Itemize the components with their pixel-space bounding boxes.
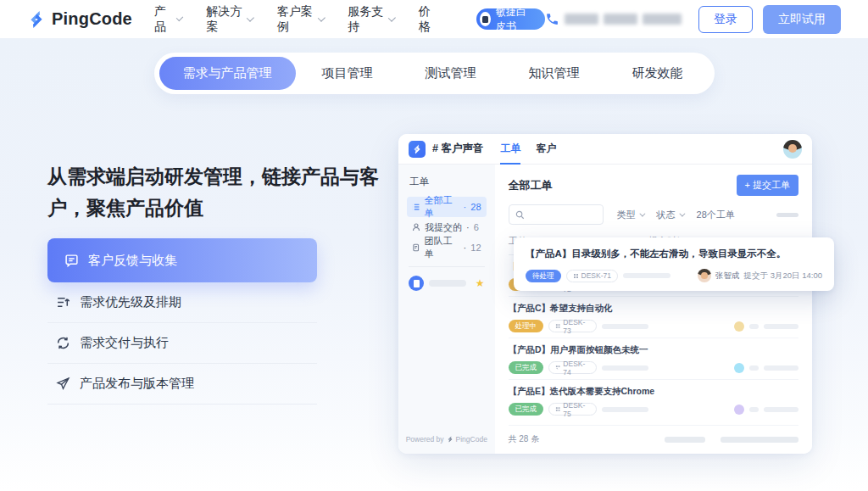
filter-status[interactable]: 状态 bbox=[657, 209, 683, 221]
tickets-title: 全部工单 bbox=[509, 178, 553, 193]
status-badge: 已完成 bbox=[509, 361, 544, 374]
submit-time: 提交于 3月20日 14:00 bbox=[744, 271, 822, 282]
ticket-count: 28个工单 bbox=[697, 209, 735, 221]
nav-menu: 产品 解决方案 客户案例 服务支持 价格 敏捷白皮书 bbox=[154, 4, 545, 35]
placeholder-bar bbox=[776, 213, 798, 217]
placeholder-bar bbox=[602, 365, 648, 371]
nav-item-products[interactable]: 产品 bbox=[154, 4, 181, 35]
sidebar-title: 工单 bbox=[409, 176, 487, 188]
login-button[interactable]: 登录 bbox=[698, 6, 753, 33]
sync-icon bbox=[56, 336, 70, 350]
chevron-down-icon bbox=[388, 14, 396, 22]
feature-delivery-execution[interactable]: 需求交付与执行 bbox=[47, 323, 317, 364]
submit-ticket-button[interactable]: + 提交工单 bbox=[737, 175, 798, 196]
pingcode-logo[interactable]: PingCode bbox=[27, 9, 132, 29]
ticket-title: 【产品E】迭代版本需要支持Chrome bbox=[509, 386, 798, 398]
nav-right: 登录 立即试用 bbox=[545, 5, 841, 34]
assignee-dot bbox=[734, 321, 744, 332]
mockup-tab-tickets[interactable]: 工单 bbox=[500, 134, 520, 165]
project-icon bbox=[409, 276, 424, 291]
ticket-id-badge: DESK-71 bbox=[566, 270, 618, 282]
sidebar-item-all-tickets[interactable]: 全部工单 · 28 bbox=[407, 197, 487, 217]
nav-label: 解决方案 bbox=[206, 4, 242, 35]
phone-number-redacted bbox=[643, 14, 682, 25]
nav-item-support[interactable]: 服务支持 bbox=[348, 4, 392, 35]
whitepaper-badge[interactable]: 敏捷白皮书 bbox=[476, 8, 545, 30]
chevron-down-icon bbox=[176, 14, 184, 22]
priority-icon bbox=[56, 295, 70, 310]
release-icon bbox=[56, 377, 70, 391]
filter-type[interactable]: 类型 bbox=[617, 209, 643, 221]
placeholder-bar bbox=[764, 324, 798, 329]
nav-item-cases[interactable]: 客户案例 bbox=[277, 4, 322, 35]
grid-icon bbox=[573, 273, 579, 279]
nav-label: 客户案例 bbox=[277, 4, 314, 35]
ticket-title: 【产品C】希望支持自动化 bbox=[509, 303, 798, 315]
tab-knowledge-mgmt[interactable]: 知识管理 bbox=[503, 57, 606, 90]
mockup-tabs: 工单 客户 bbox=[500, 134, 556, 165]
assignee-dot bbox=[734, 405, 744, 415]
assignee-dot bbox=[734, 363, 744, 373]
person-icon bbox=[412, 223, 420, 232]
status-badge: 已完成 bbox=[509, 403, 544, 416]
status-badge: 待处理 bbox=[526, 270, 561, 282]
project-item[interactable]: ★ bbox=[407, 276, 487, 291]
tooltip-ticket-title: 【产品A】目录级别多，不能左右滑动，导致目录显示不全。 bbox=[526, 248, 822, 260]
tab-requirements-product[interactable]: 需求与产品管理 bbox=[159, 57, 296, 90]
placeholder-bar bbox=[764, 407, 798, 412]
dot-separator: · bbox=[464, 243, 467, 253]
table-row[interactable]: 【产品D】用户界面按钮颜色未统一 已完成 DESK-74 bbox=[509, 338, 798, 380]
tab-project-mgmt[interactable]: 项目管理 bbox=[296, 57, 399, 90]
ticket-id-badge: DESK-75 bbox=[548, 403, 597, 416]
ticket-id: DESK-75 bbox=[563, 401, 590, 418]
phone-contact bbox=[545, 12, 682, 26]
ticket-title: 【产品D】用户界面按钮颜色未统一 bbox=[509, 344, 798, 356]
placeholder-bar bbox=[764, 365, 798, 371]
chevron-down-icon bbox=[247, 14, 254, 22]
brand-name: PingCode bbox=[52, 9, 132, 29]
placeholder-bar bbox=[602, 407, 648, 412]
comment-icon bbox=[64, 254, 79, 268]
pingcode-logo-icon bbox=[447, 436, 453, 443]
status-badge: 处理中 bbox=[509, 320, 544, 332]
filter-label: 类型 bbox=[617, 209, 636, 221]
star-icon[interactable]: ★ bbox=[476, 277, 485, 289]
divider bbox=[409, 266, 485, 267]
placeholder-bar bbox=[749, 365, 759, 371]
nav-item-solutions[interactable]: 解决方案 bbox=[206, 4, 251, 35]
product-tabbar: 需求与产品管理 项目管理 测试管理 知识管理 研发效能 bbox=[154, 53, 715, 94]
powered-by: Powered by PingCode bbox=[398, 435, 495, 444]
chevron-down-icon bbox=[679, 210, 685, 216]
mockup-tab-customers[interactable]: 客户 bbox=[536, 134, 556, 165]
try-now-button[interactable]: 立即试用 bbox=[763, 5, 841, 34]
pingcode-logo-icon bbox=[27, 10, 46, 29]
page-title: 从需求端启动研发管理，链接产品与客户，聚焦产品价值 bbox=[47, 161, 393, 224]
ticket-tooltip-card[interactable]: 【产品A】目录级别多，不能左右滑动，导致目录显示不全。 待处理 DESK-71 … bbox=[514, 237, 834, 291]
ticket-id: DESK-71 bbox=[581, 271, 611, 280]
tab-test-mgmt[interactable]: 测试管理 bbox=[399, 57, 503, 90]
mockup-main: 全部工单 + 提交工单 类型 bbox=[495, 165, 812, 454]
placeholder-bar bbox=[749, 324, 759, 329]
phone-number-redacted bbox=[565, 14, 598, 25]
feature-label: 客户反馈与收集 bbox=[88, 253, 177, 269]
phone-icon bbox=[545, 12, 559, 26]
workspace-title: # 客户声音 bbox=[432, 142, 483, 156]
feature-release-version[interactable]: 产品发布与版本管理 bbox=[47, 364, 317, 405]
nav-label: 产品 bbox=[154, 4, 172, 35]
feature-customer-feedback[interactable]: 客户反馈与收集 bbox=[47, 238, 317, 282]
ticket-id-badge: DESK-73 bbox=[548, 320, 597, 332]
nav-item-pricing[interactable]: 价格 bbox=[419, 4, 437, 35]
grid-icon bbox=[555, 365, 560, 371]
tab-dev-efficiency[interactable]: 研发效能 bbox=[606, 57, 709, 90]
feature-priority-scheduling[interactable]: 需求优先级及排期 bbox=[47, 282, 317, 323]
author-avatar bbox=[698, 269, 711, 282]
sidebar-item-team-tickets[interactable]: 团队工单 · 12 bbox=[407, 237, 487, 258]
table-row[interactable]: 【产品C】希望支持自动化 处理中 DESK-73 bbox=[509, 297, 798, 338]
table-row[interactable]: 【产品E】迭代版本需要支持Chrome 已完成 DESK-75 bbox=[509, 380, 798, 421]
grid-icon bbox=[555, 406, 560, 412]
chevron-down-icon bbox=[639, 210, 645, 216]
author-name: 张智成 bbox=[715, 271, 740, 282]
user-avatar[interactable] bbox=[783, 140, 802, 159]
search-input[interactable] bbox=[509, 204, 604, 225]
dot-separator: · bbox=[464, 202, 467, 212]
